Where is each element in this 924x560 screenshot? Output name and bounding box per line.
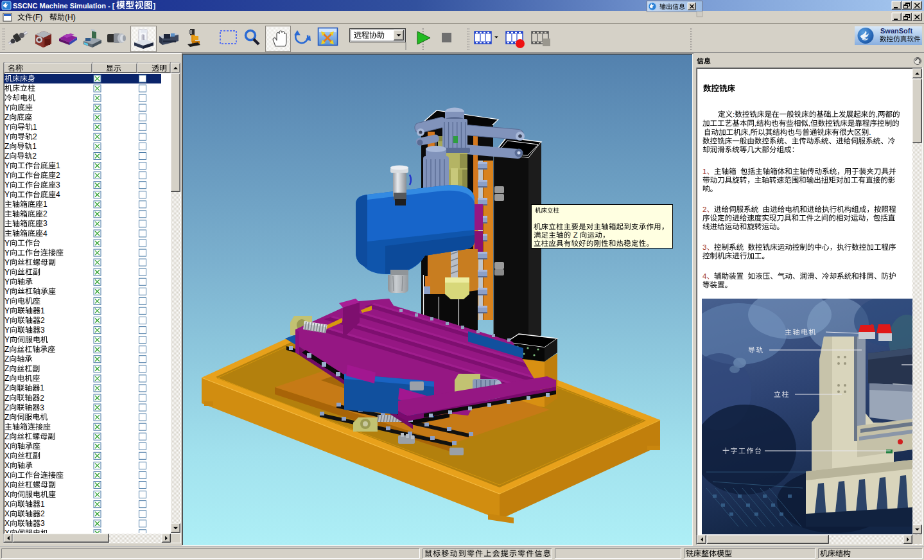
svg-text:,: ,	[748, 128, 750, 136]
svg-text:1: 1	[40, 500, 45, 509]
svg-text:2: 2	[40, 316, 45, 325]
svg-text:Y: Y	[4, 306, 10, 315]
svg-text:]: ]	[153, 2, 156, 10]
svg-text:Y: Y	[4, 277, 10, 286]
svg-text:1: 1	[702, 167, 706, 175]
svg-text:SSCNC Machine Simulation - [: SSCNC Machine Simulation - [	[13, 2, 115, 10]
svg-text:1: 1	[40, 306, 45, 315]
svg-text:1: 1	[33, 123, 37, 132]
svg-text:2: 2	[43, 209, 48, 218]
svg-text:Y: Y	[4, 123, 10, 132]
svg-text:Y: Y	[4, 180, 10, 189]
svg-text:Z: Z	[4, 403, 9, 412]
svg-text:Y: Y	[4, 190, 10, 199]
svg-text:4: 4	[43, 229, 48, 238]
svg-text:(H): (H)	[65, 13, 76, 22]
svg-text:4: 4	[56, 190, 60, 199]
svg-text:X: X	[4, 500, 10, 509]
svg-text:2: 2	[56, 171, 60, 180]
svg-text:2: 2	[40, 509, 45, 518]
svg-text:Z: Z	[4, 354, 9, 363]
svg-text:3: 3	[702, 243, 706, 251]
svg-text:.: .	[869, 128, 871, 136]
svg-text:SwanSoft: SwanSoft	[880, 27, 912, 35]
svg-text:Y: Y	[4, 258, 10, 267]
svg-text:X: X	[4, 480, 10, 489]
svg-text:3: 3	[40, 326, 45, 335]
svg-text:Z: Z	[4, 142, 9, 151]
svg-text:X: X	[4, 451, 10, 460]
svg-text:Y: Y	[4, 326, 10, 335]
svg-text:(F): (F)	[33, 13, 42, 22]
svg-text:1: 1	[32, 142, 37, 151]
svg-text:2: 2	[33, 132, 37, 141]
svg-text:Z: Z	[4, 383, 9, 392]
svg-text:Y: Y	[4, 103, 10, 112]
svg-text:1: 1	[56, 161, 60, 170]
svg-text:Y: Y	[4, 161, 10, 170]
svg-text:Z: Z	[4, 364, 9, 373]
svg-text:Z: Z	[4, 413, 9, 422]
svg-text:2: 2	[40, 394, 44, 403]
svg-text:3: 3	[40, 403, 44, 412]
svg-text:X: X	[4, 509, 10, 518]
svg-text:2: 2	[32, 152, 37, 161]
svg-text:X: X	[4, 442, 10, 451]
svg-text:Y: Y	[4, 249, 10, 258]
svg-text:Y: Y	[4, 268, 10, 277]
svg-text:Z: Z	[4, 113, 9, 122]
svg-text:Y: Y	[4, 239, 10, 248]
svg-text:Z: Z	[4, 432, 9, 441]
svg-text:X: X	[4, 471, 10, 480]
svg-text:,: ,	[876, 110, 878, 118]
svg-text:Z: Z	[4, 374, 9, 383]
svg-text:Y: Y	[4, 335, 10, 344]
svg-text:1: 1	[43, 200, 48, 209]
svg-text:Y: Y	[4, 287, 10, 296]
svg-text:X: X	[4, 490, 10, 499]
svg-text:X: X	[4, 461, 10, 470]
svg-text:Z: Z	[4, 394, 9, 403]
svg-text:,: ,	[808, 119, 810, 127]
svg-text:4: 4	[702, 272, 707, 280]
svg-text:Y: Y	[4, 171, 10, 180]
svg-text:3: 3	[40, 519, 45, 528]
svg-text:2: 2	[702, 205, 706, 213]
svg-text:3: 3	[56, 180, 60, 189]
svg-text:Z: Z	[4, 345, 9, 354]
svg-text:Z: Z	[571, 231, 580, 239]
svg-text:X: X	[4, 519, 10, 528]
svg-text:Y: Y	[4, 132, 10, 141]
svg-text:3: 3	[43, 219, 48, 228]
svg-text:Z: Z	[4, 152, 9, 161]
svg-text:1: 1	[40, 383, 44, 392]
svg-text::: :	[733, 110, 735, 118]
svg-text:,: ,	[754, 119, 756, 127]
svg-text:Y: Y	[4, 297, 10, 306]
svg-text:Y: Y	[4, 316, 10, 325]
